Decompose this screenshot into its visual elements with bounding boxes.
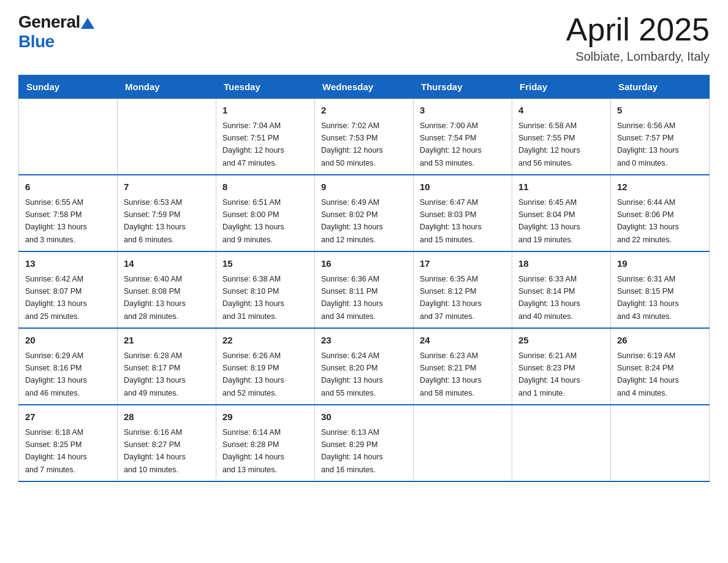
calendar-day-cell: 8Sunrise: 6:51 AMSunset: 8:00 PMDaylight… xyxy=(216,175,315,251)
logo-triangle-icon xyxy=(81,18,94,29)
calendar-day-cell xyxy=(118,99,216,175)
day-of-week-header: Wednesday xyxy=(315,75,414,99)
calendar-body: 1Sunrise: 7:04 AMSunset: 7:51 PMDaylight… xyxy=(19,99,710,482)
calendar-week-row: 6Sunrise: 6:55 AMSunset: 7:58 PMDaylight… xyxy=(19,175,710,251)
day-number: 12 xyxy=(617,180,703,194)
day-info: Sunrise: 6:19 AMSunset: 8:24 PMDaylight:… xyxy=(617,351,679,397)
calendar-day-cell: 13Sunrise: 6:42 AMSunset: 8:07 PMDayligh… xyxy=(19,251,118,328)
calendar-day-cell xyxy=(512,405,611,481)
calendar-day-cell xyxy=(19,99,118,175)
day-info: Sunrise: 6:35 AMSunset: 8:12 PMDaylight:… xyxy=(420,275,482,321)
day-number: 29 xyxy=(222,410,308,424)
day-number: 22 xyxy=(222,334,308,348)
day-number: 16 xyxy=(321,257,407,271)
day-number: 2 xyxy=(321,104,407,118)
calendar-day-cell: 16Sunrise: 6:36 AMSunset: 8:11 PMDayligh… xyxy=(315,251,414,328)
day-number: 8 xyxy=(222,180,308,194)
day-number: 30 xyxy=(321,410,407,424)
day-info: Sunrise: 6:51 AMSunset: 8:00 PMDaylight:… xyxy=(222,198,284,244)
day-info: Sunrise: 6:33 AMSunset: 8:14 PMDaylight:… xyxy=(518,275,580,321)
day-info: Sunrise: 6:45 AMSunset: 8:04 PMDaylight:… xyxy=(518,198,580,244)
day-info: Sunrise: 6:16 AMSunset: 8:27 PMDaylight:… xyxy=(124,428,186,474)
day-number: 24 xyxy=(420,334,506,348)
calendar-week-row: 20Sunrise: 6:29 AMSunset: 8:16 PMDayligh… xyxy=(19,328,710,405)
day-number: 10 xyxy=(420,180,506,194)
logo-general-text: General xyxy=(18,12,80,32)
day-info: Sunrise: 7:02 AMSunset: 7:53 PMDaylight:… xyxy=(321,121,383,167)
day-info: Sunrise: 6:18 AMSunset: 8:25 PMDaylight:… xyxy=(25,428,87,474)
calendar-day-cell: 9Sunrise: 6:49 AMSunset: 8:02 PMDaylight… xyxy=(315,175,414,251)
calendar-day-cell: 10Sunrise: 6:47 AMSunset: 8:03 PMDayligh… xyxy=(414,175,512,251)
day-number: 6 xyxy=(25,180,111,194)
day-info: Sunrise: 6:56 AMSunset: 7:57 PMDaylight:… xyxy=(617,121,679,167)
day-number: 28 xyxy=(124,410,210,424)
day-info: Sunrise: 6:24 AMSunset: 8:20 PMDaylight:… xyxy=(321,351,383,397)
calendar-day-cell: 17Sunrise: 6:35 AMSunset: 8:12 PMDayligh… xyxy=(414,251,512,328)
day-info: Sunrise: 6:58 AMSunset: 7:55 PMDaylight:… xyxy=(518,121,580,167)
calendar-day-cell: 3Sunrise: 7:00 AMSunset: 7:54 PMDaylight… xyxy=(414,99,512,175)
calendar-day-cell: 20Sunrise: 6:29 AMSunset: 8:16 PMDayligh… xyxy=(19,328,118,405)
day-of-week-header: Tuesday xyxy=(216,75,315,99)
day-info: Sunrise: 6:44 AMSunset: 8:06 PMDaylight:… xyxy=(617,198,679,244)
day-info: Sunrise: 6:49 AMSunset: 8:02 PMDaylight:… xyxy=(321,198,383,244)
day-info: Sunrise: 7:04 AMSunset: 7:51 PMDaylight:… xyxy=(222,121,284,167)
day-of-week-header: Monday xyxy=(118,75,216,99)
calendar-day-cell: 11Sunrise: 6:45 AMSunset: 8:04 PMDayligh… xyxy=(512,175,611,251)
title-block: April 2025 Solbiate, Lombardy, Italy xyxy=(566,12,710,64)
day-of-week-header: Sunday xyxy=(19,75,118,99)
days-of-week-row: SundayMondayTuesdayWednesdayThursdayFrid… xyxy=(19,75,710,99)
day-number: 25 xyxy=(518,334,604,348)
calendar-table: SundayMondayTuesdayWednesdayThursdayFrid… xyxy=(18,75,710,482)
calendar-day-cell: 18Sunrise: 6:33 AMSunset: 8:14 PMDayligh… xyxy=(512,251,611,328)
day-info: Sunrise: 6:29 AMSunset: 8:16 PMDaylight:… xyxy=(25,351,87,397)
calendar-day-cell: 21Sunrise: 6:28 AMSunset: 8:17 PMDayligh… xyxy=(118,328,216,405)
calendar-day-cell xyxy=(414,405,512,481)
calendar-day-cell: 5Sunrise: 6:56 AMSunset: 7:57 PMDaylight… xyxy=(611,99,710,175)
logo-blue-text: Blue xyxy=(18,32,55,52)
day-of-week-header: Thursday xyxy=(414,75,512,99)
day-info: Sunrise: 6:42 AMSunset: 8:07 PMDaylight:… xyxy=(25,275,87,321)
day-number: 4 xyxy=(518,104,604,118)
day-info: Sunrise: 6:36 AMSunset: 8:11 PMDaylight:… xyxy=(321,275,383,321)
day-of-week-header: Saturday xyxy=(611,75,710,99)
day-number: 20 xyxy=(25,334,111,348)
day-info: Sunrise: 6:23 AMSunset: 8:21 PMDaylight:… xyxy=(420,351,482,397)
day-number: 3 xyxy=(420,104,506,118)
day-number: 13 xyxy=(25,257,111,271)
day-number: 7 xyxy=(124,180,210,194)
calendar-title: April 2025 xyxy=(566,12,710,47)
calendar-day-cell: 15Sunrise: 6:38 AMSunset: 8:10 PMDayligh… xyxy=(216,251,315,328)
day-number: 17 xyxy=(420,257,506,271)
day-info: Sunrise: 6:40 AMSunset: 8:08 PMDaylight:… xyxy=(124,275,186,321)
day-number: 5 xyxy=(617,104,703,118)
day-number: 15 xyxy=(222,257,308,271)
day-info: Sunrise: 6:38 AMSunset: 8:10 PMDaylight:… xyxy=(222,275,284,321)
calendar-day-cell: 26Sunrise: 6:19 AMSunset: 8:24 PMDayligh… xyxy=(611,328,710,405)
calendar-day-cell xyxy=(611,405,710,481)
day-number: 27 xyxy=(25,410,111,424)
calendar-week-row: 1Sunrise: 7:04 AMSunset: 7:51 PMDaylight… xyxy=(19,99,710,175)
calendar-header: SundayMondayTuesdayWednesdayThursdayFrid… xyxy=(19,75,710,99)
calendar-day-cell: 22Sunrise: 6:26 AMSunset: 8:19 PMDayligh… xyxy=(216,328,315,405)
calendar-day-cell: 14Sunrise: 6:40 AMSunset: 8:08 PMDayligh… xyxy=(118,251,216,328)
day-number: 1 xyxy=(222,104,308,118)
calendar-day-cell: 2Sunrise: 7:02 AMSunset: 7:53 PMDaylight… xyxy=(315,99,414,175)
day-number: 19 xyxy=(617,257,703,271)
page-header: General Blue April 2025 Solbiate, Lombar… xyxy=(18,12,710,64)
day-info: Sunrise: 6:14 AMSunset: 8:28 PMDaylight:… xyxy=(222,428,284,474)
calendar-day-cell: 29Sunrise: 6:14 AMSunset: 8:28 PMDayligh… xyxy=(216,405,315,481)
day-number: 9 xyxy=(321,180,407,194)
day-info: Sunrise: 6:28 AMSunset: 8:17 PMDaylight:… xyxy=(124,351,186,397)
day-number: 23 xyxy=(321,334,407,348)
calendar-day-cell: 28Sunrise: 6:16 AMSunset: 8:27 PMDayligh… xyxy=(118,405,216,481)
calendar-day-cell: 27Sunrise: 6:18 AMSunset: 8:25 PMDayligh… xyxy=(19,405,118,481)
logo: General Blue xyxy=(18,12,94,52)
day-number: 26 xyxy=(617,334,703,348)
day-info: Sunrise: 6:21 AMSunset: 8:23 PMDaylight:… xyxy=(518,351,580,397)
calendar-day-cell: 7Sunrise: 6:53 AMSunset: 7:59 PMDaylight… xyxy=(118,175,216,251)
calendar-day-cell: 25Sunrise: 6:21 AMSunset: 8:23 PMDayligh… xyxy=(512,328,611,405)
calendar-day-cell: 4Sunrise: 6:58 AMSunset: 7:55 PMDaylight… xyxy=(512,99,611,175)
day-info: Sunrise: 6:13 AMSunset: 8:29 PMDaylight:… xyxy=(321,428,383,474)
day-info: Sunrise: 6:55 AMSunset: 7:58 PMDaylight:… xyxy=(25,198,87,244)
calendar-day-cell: 1Sunrise: 7:04 AMSunset: 7:51 PMDaylight… xyxy=(216,99,315,175)
